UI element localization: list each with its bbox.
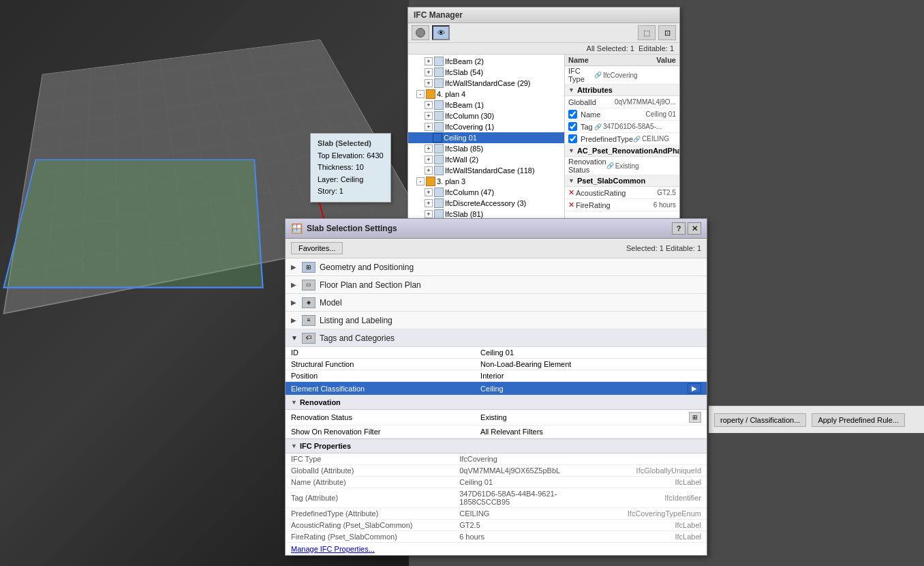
expand-icon[interactable]: + [425,155,433,164]
close-btn[interactable]: ✕ [688,222,701,235]
expand-icon[interactable]: + [425,123,433,131]
tree-item[interactable]: + IfcWallStandardCase (29) [408,78,564,89]
section-tags[interactable]: ▼ 🏷 Tags and Categories [286,329,707,347]
eye-tool-btn[interactable]: 👁 [432,25,450,40]
tag-checkbox[interactable] [568,122,577,131]
item-icon [434,68,444,77]
acoustic-row[interactable]: AcousticRating (Pset_SlabCommon) GT2.5 I… [286,520,707,531]
expand-icon[interactable]: - [416,177,425,185]
ifc-props-label: IFC Properties [300,442,351,450]
tree-item[interactable]: + IfcCovering (1) [408,121,564,132]
pset-slabcommon-section[interactable]: ▼ Pset_SlabCommon [565,175,679,187]
table-row-structural[interactable]: Structural Function Non-Load-Bearing Ele… [286,359,707,370]
tooltip-line1: Top Elevation: 6430 [318,150,384,162]
section-model[interactable]: ▶ ◈ Model [286,294,707,312]
select-visible-btn[interactable]: ⊡ [658,25,676,40]
section-listing[interactable]: ▶ ≡ Listing and Labeling [286,312,707,329]
tree-item[interactable]: + IfcWallStandardCase (118) [408,165,564,176]
grid-btn[interactable]: ⊞ [689,412,701,423]
favorites-button[interactable]: Favorites... [291,242,343,254]
selected-icon [433,133,442,143]
prop-globalid[interactable]: GlobalId 0qVM7MMAL4j9O... [565,96,679,108]
expand-icon[interactable]: + [425,57,433,65]
manage-ifc-link[interactable]: Manage IFC Properties... [286,543,707,555]
renovation-phasing-section[interactable]: ▼ AC_Pset_RenovationAndPhasing [565,145,679,157]
ifc-manager-title: IFC Manager [414,10,463,20]
model-icon: ◈ [302,297,315,308]
expand-icon[interactable]: + [425,166,433,175]
select-all-btn[interactable]: ⬚ [638,25,656,40]
tree-item[interactable]: + IfcDiscreteAccessory (3) [408,198,564,209]
name-checkbox[interactable] [568,110,577,119]
ifc-manager-titlebar: IFC Manager [408,8,679,23]
eye-icon: 👁 [437,29,445,37]
folder-icon [426,177,435,186]
all-selected-bar: All Selected: 1 Editable: 1 [408,43,679,55]
tooltip-line2: Thickness: 10 [318,162,384,174]
expand-triangle: ▼ [568,147,574,154]
name-attr-row[interactable]: Name (Attribute) Ceiling 01 IfcLabel [286,477,707,488]
prop-ifc-type[interactable]: IFC Type 🔗IfcCovering [565,66,679,85]
renovation-status-row[interactable]: Renovation Status Existing ⊞ [286,410,707,426]
table-row-position[interactable]: Position Interior [286,370,707,382]
fire-rating-row[interactable]: FireRating (Pset_SlabCommon) 6 hours Ifc… [286,531,707,543]
expand-icon[interactable]: + [425,112,433,120]
selected-info: Selected: 1 Editable: 1 [626,244,701,252]
tree-item[interactable]: + IfcBeam (2) [408,56,564,67]
tooltip-line3: Layer: Ceiling [318,174,384,186]
section-geometry[interactable]: ▶ ⊞ Geometry and Positioning [286,258,707,276]
tree-item-plan3[interactable]: - 3. plan 3 [408,176,564,187]
expand-triangle: ▼ [291,399,297,406]
navigate-arrow-btn[interactable]: ▶ [688,383,701,393]
item-icon [434,166,444,175]
expand-triangle: ▼ [568,87,574,93]
all-selected-label: All Selected: 1 [587,44,634,53]
value-col-header: Value [594,56,676,64]
tree-item[interactable]: + IfcBeam (1) [408,100,564,110]
renovation-filter-row[interactable]: Show On Renovation Filter All Relevant F… [286,426,707,438]
slab-highlight [3,159,264,288]
prop-acousticrating[interactable]: ✕ AcousticRating GT2.5 [565,187,679,199]
expand-icon[interactable]: - [416,90,425,98]
prop-name[interactable]: Name Ceiling 01 [565,108,679,121]
property-classification-btn[interactable]: roperty / Classification... [714,413,806,427]
table-row-id[interactable]: ID Ceiling 01 [286,347,707,359]
tree-item-ceiling01-selected[interactable]: Ceiling 01 [408,132,564,143]
predefined-row[interactable]: PredefinedType (Attribute) CEILING IfcCo… [286,508,707,520]
expand-icon[interactable]: + [425,210,433,218]
tree-item[interactable]: + IfcSlab (54) [408,67,564,78]
item-icon [434,144,444,153]
tag-attr-row[interactable]: Tag (Attribute) 347D61D6-58A5-44B4-9621-… [286,488,707,508]
expand-icon[interactable]: + [425,199,433,207]
slab-settings-dialog: 🪟 Slab Selection Settings ? ✕ Favorites.… [285,218,707,556]
renovation-header[interactable]: ▼ Renovation [286,396,707,410]
tree-item[interactable]: + IfcColumn (47) [408,187,564,198]
expand-icon[interactable]: + [425,68,433,76]
globalid-row[interactable]: GlobalId (Attribute) 0qVM7MMAL4j9OX65Z5p… [286,465,707,477]
ifc-type-row[interactable]: IFC Type IfcCovering [286,453,707,465]
prop-renovation-status[interactable]: Renovation Status 🔗Existing [565,157,679,175]
prop-tag[interactable]: Tag 🔗347D61D6-58A5-... [565,121,679,133]
ifc-props-header[interactable]: ▼ IFC Properties [286,439,707,453]
apply-predefined-rule-btn[interactable]: Apply Predefined Rule... [812,413,905,427]
section-floor-plan[interactable]: ▶ ▭ Floor Plan and Section Plan [286,276,707,294]
prop-firerating[interactable]: ✕ FireRating 6 hours [565,199,679,211]
tree-item[interactable]: + IfcSlab (85) [408,143,564,154]
item-icon [434,57,444,66]
circle-tool-btn[interactable] [412,25,429,40]
listing-icon: ≡ [302,315,315,326]
predtype-checkbox[interactable] [568,134,577,143]
tree-item[interactable]: + IfcWall (2) [408,154,564,165]
attributes-section[interactable]: ▼ Attributes [565,85,679,96]
expand-icon[interactable]: + [425,188,433,196]
expand-triangle: ▼ [568,177,574,184]
expand-icon[interactable]: + [425,79,433,87]
expand-icon[interactable]: + [425,145,433,153]
tree-item-plan4[interactable]: - 4. plan 4 [408,89,564,100]
tree-item[interactable]: + IfcColumn (30) [408,110,564,121]
table-row-element-class-selected[interactable]: Element Classification Ceiling ▶ [286,382,707,396]
ifc-properties-table: IFC Type IfcCovering GlobalId (Attribute… [286,453,707,543]
help-btn[interactable]: ? [672,222,686,235]
prop-predefinedtype[interactable]: PredefinedType 🔗CEILING [565,133,679,145]
expand-icon[interactable]: + [425,101,433,109]
